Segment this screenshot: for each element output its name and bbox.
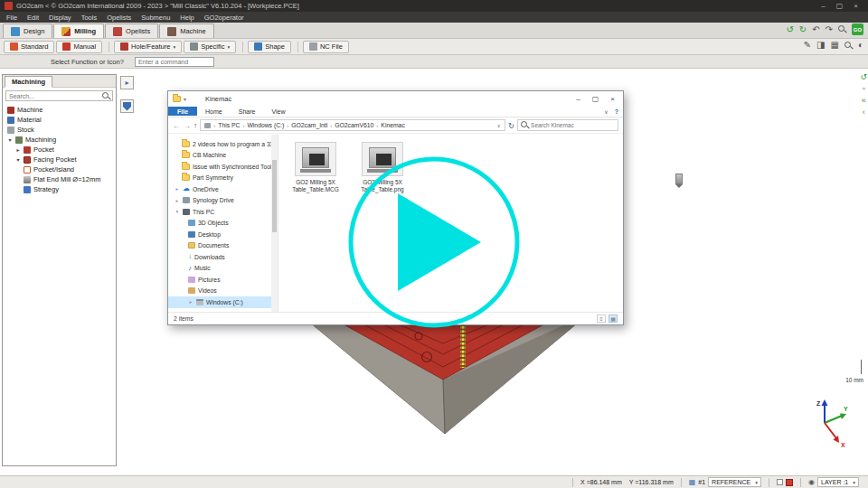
breadcrumb-this-pc[interactable]: This PC (218, 122, 240, 128)
menu-submenu[interactable]: Submenu (141, 14, 170, 22)
thumbnail-view-icon[interactable]: ▦ (609, 314, 618, 323)
explorer-menu-share[interactable]: Share (231, 107, 264, 116)
tab-opelists[interactable]: Opelists (105, 23, 158, 38)
sidebar-item-3d-objects[interactable]: 3D Objects (168, 218, 278, 230)
back-icon[interactable]: ← (173, 121, 181, 130)
chevron-icon[interactable]: ▾ (175, 209, 180, 214)
sidebar-item-videos[interactable]: Videos (168, 286, 278, 297)
window-select-icon[interactable]: ◨ (816, 41, 825, 50)
tree-item-material[interactable]: Material (3, 115, 116, 125)
explorer-close-button[interactable]: × (610, 95, 615, 103)
sidebar-scrollbar[interactable] (271, 135, 278, 312)
menu-display[interactable]: Display (49, 14, 71, 22)
help-icon[interactable]: ? (615, 108, 618, 115)
panel-search-input[interactable] (5, 90, 113, 101)
sidebar-item-this-pc[interactable]: ▾This PC (168, 206, 278, 218)
tab-machine[interactable]: Machine (159, 23, 213, 38)
sidebar-item-synology-drive[interactable]: ▸Synology Drive (168, 195, 278, 207)
details-view-icon[interactable]: ≡ (597, 314, 606, 323)
sidebar-item-desktop[interactable]: Desktop (168, 229, 278, 240)
refresh-view-icon[interactable]: ↺ (860, 72, 867, 81)
ribbon-collapse-icon[interactable]: ∨ (604, 108, 608, 115)
render-mode-icon[interactable]: ◐ (858, 41, 863, 50)
expander-icon[interactable]: ▾ (15, 156, 21, 163)
toolbar-manual-button[interactable]: Manual (56, 41, 102, 53)
panel-play-button[interactable]: ▸ (120, 76, 134, 89)
chevron-icon[interactable]: ▸ (175, 186, 180, 192)
operator-shield-button[interactable] (120, 99, 134, 113)
sidebar-item-downloads[interactable]: ↓Downloads (168, 251, 278, 263)
tree-item-machining[interactable]: ▾ Machining (3, 135, 116, 145)
undo-icon[interactable]: ↶ (812, 25, 819, 34)
sidebar-item-documents[interactable]: Documents (168, 240, 278, 252)
zoom-icon[interactable] (838, 25, 846, 33)
tree-item-flat-end-mill[interactable]: Flat End Mill Ø=12mm (3, 174, 116, 184)
refresh-icon[interactable]: ↻ (508, 121, 514, 130)
menu-help[interactable]: Help (180, 14, 193, 22)
breadcrumb[interactable]: › This PC › Windows (C:) › GO2cam_Intl ›… (200, 119, 505, 131)
explorer-maximize-button[interactable]: ▢ (592, 95, 599, 103)
layer-visibility-icon[interactable]: ◉ (808, 478, 815, 486)
breadcrumb-windows-c[interactable]: Windows (C:) (247, 122, 284, 128)
tree-item-pocket-island[interactable]: Pocket/Island (3, 164, 116, 174)
video-play-overlay[interactable] (345, 154, 523, 331)
reference-dropdown[interactable]: REFERENCE ▾ (708, 477, 761, 487)
layer-checkbox[interactable] (777, 479, 783, 485)
menu-tools[interactable]: Tools (81, 14, 98, 22)
tree-item-stock[interactable]: Stock (3, 125, 116, 135)
command-input[interactable] (135, 57, 214, 67)
chevron-icon[interactable]: ▸ (175, 198, 180, 203)
menu-go2operator[interactable]: GO2operator (204, 14, 244, 22)
menu-opelists[interactable]: Opelists (107, 14, 131, 22)
sidebar-item-onedrive[interactable]: ▸☁OneDrive (168, 183, 278, 195)
breadcrumb-go2cam-intl[interactable]: GO2cam_Intl (291, 122, 327, 128)
sidebar-item-synchronised-tools[interactable]: Issue with Synchronised Tools (168, 161, 278, 173)
zoom-window-icon[interactable] (844, 42, 853, 50)
file-item-mcg[interactable]: GO2 Milling 5X Table_Table.MCG (289, 142, 342, 193)
sidebar-item-cb-machine[interactable]: CB Machine (168, 150, 278, 162)
sidebar-item-videos-folder[interactable]: 2 videos how to program a 3X Deb (168, 138, 278, 150)
tab-milling[interactable]: Milling (53, 23, 104, 38)
tree-item-pocket[interactable]: ▸ Pocket (3, 145, 116, 155)
toolbar-hole-feature-button[interactable]: Hole/Feature ▾ (114, 41, 182, 53)
minimize-button[interactable]: – (821, 2, 825, 10)
grid-icon[interactable]: ▦ (831, 41, 839, 50)
expander-icon[interactable]: ▸ (15, 146, 21, 153)
expander-icon[interactable]: ▾ (7, 136, 13, 143)
pencil-icon[interactable]: ✎ (804, 41, 811, 50)
sidebar-item-part-symmetry[interactable]: Part Symmetry (168, 173, 278, 184)
rotate-right-icon[interactable]: ↻ (799, 25, 807, 34)
toolbar-standard-button[interactable]: Standard (4, 41, 54, 53)
tree-item-strategy[interactable]: Strategy (3, 184, 116, 194)
tree-item-machine[interactable]: Machine (3, 105, 116, 115)
toolbar-specific-button[interactable]: Specific ▾ (184, 41, 236, 53)
collapse-left-icon[interactable]: « (862, 96, 866, 105)
sidebar-item-pictures[interactable]: Pictures (168, 274, 278, 286)
breadcrumb-go2camv610[interactable]: GO2camV610 (335, 122, 373, 128)
breadcrumb-kinemac[interactable]: Kinemac (381, 122, 404, 128)
explorer-menu-view[interactable]: View (263, 107, 293, 116)
up-icon[interactable]: ↑ (193, 121, 197, 130)
sidebar-item-windows-c[interactable]: ▸Windows (C:) (168, 296, 278, 308)
sidebar-item-music[interactable]: ♪Music (168, 263, 278, 275)
scrollbar-thumb[interactable] (272, 160, 277, 232)
close-button[interactable]: × (854, 2, 858, 10)
tab-machining-panel[interactable]: Machining (5, 76, 52, 88)
box-icon[interactable]: ▫ (863, 84, 865, 93)
explorer-search-input[interactable] (531, 122, 615, 128)
color-swatch[interactable] (786, 479, 793, 486)
menu-file[interactable]: File (6, 14, 17, 22)
tab-design[interactable]: Design (3, 23, 52, 38)
step-left-icon[interactable]: ‹ (863, 108, 865, 117)
chevron-icon[interactable]: ▸ (188, 299, 193, 305)
menu-edit[interactable]: Edit (27, 14, 39, 22)
rotate-left-icon[interactable]: ↺ (786, 25, 793, 34)
explorer-menu-file[interactable]: File (168, 107, 197, 116)
address-dropdown-icon[interactable]: ∨ (497, 123, 501, 128)
explorer-minimize-button[interactable]: – (576, 95, 580, 103)
quick-access-dropdown-icon[interactable]: ▾ (184, 96, 186, 102)
explorer-menu-home[interactable]: Home (197, 107, 231, 116)
layer-dropdown[interactable]: LAYER :1 ▾ (817, 477, 859, 487)
toolbar-nc-file-button[interactable]: NC File (303, 41, 349, 53)
tree-item-facing-pocket[interactable]: ▾ Facing Pocket (3, 155, 116, 164)
